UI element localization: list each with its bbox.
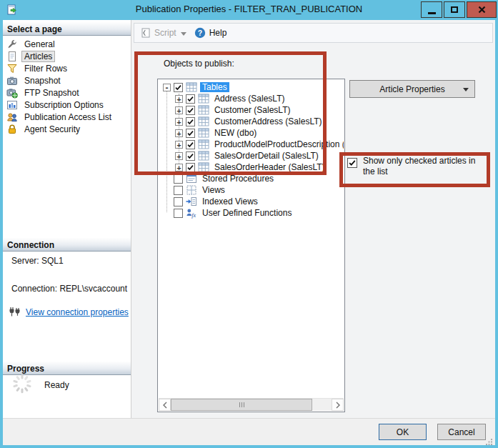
sidebar-item-general[interactable]: General bbox=[6, 38, 129, 50]
tree-row[interactable]: Indexed Views bbox=[159, 196, 344, 207]
sidebar-item-label: Articles bbox=[21, 51, 55, 62]
tree-label[interactable]: Address (SalesLT) bbox=[212, 94, 287, 104]
toolbar: Script ? Help bbox=[134, 23, 493, 43]
help-label: Help bbox=[209, 28, 227, 38]
check-icon bbox=[174, 84, 182, 91]
table-icon bbox=[198, 104, 209, 116]
tree-checkbox[interactable] bbox=[174, 174, 183, 184]
script-button[interactable]: Script bbox=[140, 27, 191, 39]
table-icon bbox=[198, 150, 209, 161]
tree-checkbox[interactable] bbox=[186, 140, 195, 149]
tree-checkbox[interactable] bbox=[186, 94, 195, 104]
tree-checkbox[interactable] bbox=[186, 129, 195, 138]
tree-label[interactable]: Customer (SalesLT) bbox=[212, 105, 292, 115]
tree-row[interactable]: +ProductModelProductDescription (SalesLT… bbox=[159, 139, 344, 150]
tree-row[interactable]: +Address (SalesLT) bbox=[159, 93, 344, 104]
expand-icon[interactable]: + bbox=[175, 106, 183, 114]
tree-row[interactable]: +SalesOrderHeader (SalesLT) bbox=[159, 161, 344, 173]
tree-row[interactable]: +SalesOrderDetail (SalesLT) bbox=[159, 150, 344, 161]
collapse-icon[interactable]: - bbox=[163, 84, 171, 91]
sidebar-item-snapshot[interactable]: Snapshot bbox=[6, 74, 129, 86]
scroll-left-button[interactable] bbox=[159, 399, 171, 411]
wrench-icon bbox=[6, 39, 18, 50]
article-properties-button[interactable]: Article Properties bbox=[349, 80, 475, 98]
tree-row[interactable]: +CustomerAddress (SalesLT) bbox=[159, 116, 344, 127]
close-button[interactable] bbox=[467, 1, 497, 18]
objects-tree: -Tables+Address (SalesLT)+Customer (Sale… bbox=[157, 79, 345, 412]
tree-label[interactable]: ProductModelProductDescription (SalesLT) bbox=[212, 139, 344, 149]
table-icon bbox=[198, 127, 209, 139]
script-dropdown-icon[interactable] bbox=[181, 32, 186, 36]
tree-checkbox[interactable] bbox=[186, 151, 195, 161]
maximize-icon bbox=[451, 6, 458, 13]
tree-row[interactable]: Stored Procedures bbox=[159, 173, 344, 184]
tree-row[interactable]: +Customer (SalesLT) bbox=[159, 104, 344, 116]
scroll-right-button[interactable] bbox=[332, 399, 344, 411]
expand-icon[interactable]: + bbox=[175, 141, 183, 149]
tree-checkbox[interactable] bbox=[174, 83, 183, 92]
tree-checkbox[interactable] bbox=[186, 163, 195, 172]
tree-label[interactable]: Tables bbox=[200, 82, 229, 92]
plug-icon bbox=[9, 307, 21, 318]
sidebar-item-subscription-options[interactable]: Subscription Options bbox=[6, 99, 129, 111]
expand-icon[interactable]: + bbox=[175, 118, 183, 126]
tree-label[interactable]: Views bbox=[200, 185, 227, 195]
page-list: GeneralArticlesFilter RowsSnapshotFTP Sn… bbox=[6, 38, 129, 135]
tree-checkbox[interactable] bbox=[186, 117, 195, 126]
resize-grip[interactable] bbox=[486, 436, 493, 443]
sidebar-item-articles[interactable]: Articles bbox=[6, 50, 129, 62]
scrollbar-thumb[interactable] bbox=[171, 399, 312, 411]
expand-icon[interactable]: + bbox=[175, 129, 183, 137]
tree-checkbox[interactable] bbox=[174, 186, 183, 195]
tree-row[interactable]: +NEW (dbo) bbox=[159, 127, 344, 139]
sidebar-item-ftp-snapshot[interactable]: FTP Snapshot bbox=[6, 86, 129, 99]
tree-checkbox[interactable] bbox=[174, 197, 183, 206]
tree-label[interactable]: User Defined Functions bbox=[200, 208, 294, 218]
expand-icon[interactable]: + bbox=[175, 95, 183, 103]
table-icon bbox=[186, 81, 197, 93]
expand-icon[interactable]: + bbox=[175, 152, 183, 160]
chevron-down-icon bbox=[463, 88, 469, 91]
script-label: Script bbox=[154, 28, 176, 38]
tree-label[interactable]: NEW (dbo) bbox=[212, 128, 259, 138]
tree-label[interactable]: Indexed Views bbox=[200, 196, 260, 206]
check-icon bbox=[186, 141, 194, 149]
cancel-button[interactable]: Cancel bbox=[437, 424, 486, 440]
sidebar-item-label: General bbox=[21, 39, 58, 50]
sidebar-item-filter-rows[interactable]: Filter Rows bbox=[6, 62, 129, 74]
tree-label[interactable]: SalesOrderDetail (SalesLT) bbox=[212, 151, 321, 161]
tree-label[interactable]: CustomerAddress (SalesLT) bbox=[212, 116, 324, 126]
show-checked-articles-label[interactable]: Show only checked articles in the list bbox=[363, 156, 477, 177]
sidebar-item-publication-access-list[interactable]: Publication Access List bbox=[6, 111, 129, 123]
indexed-views-icon bbox=[186, 196, 197, 207]
sidebar-item-agent-security[interactable]: Agent Security bbox=[6, 123, 129, 135]
tree-checkbox[interactable] bbox=[174, 209, 183, 218]
maximize-button[interactable] bbox=[444, 1, 465, 18]
expand-icon[interactable]: + bbox=[175, 164, 183, 171]
tree-label[interactable]: SalesOrderHeader (SalesLT) bbox=[212, 162, 327, 172]
help-button[interactable]: ? Help bbox=[194, 27, 227, 39]
progress-status: Ready bbox=[44, 380, 69, 390]
tree-checkbox[interactable] bbox=[186, 106, 195, 115]
ok-button[interactable]: OK bbox=[379, 424, 427, 440]
lock-icon bbox=[6, 124, 18, 135]
tree-label[interactable]: Stored Procedures bbox=[200, 174, 276, 184]
view-connection-properties-link[interactable]: View connection properties bbox=[26, 307, 129, 317]
progress-spinner-icon bbox=[11, 373, 33, 394]
camera-icon bbox=[6, 75, 18, 86]
sidebar-item-label: Filter Rows bbox=[21, 63, 70, 74]
footer: OK Cancel bbox=[3, 418, 495, 445]
svg-text:?: ? bbox=[197, 29, 201, 37]
chevron-left-icon bbox=[162, 402, 168, 409]
check-icon bbox=[186, 106, 194, 114]
tree-row[interactable]: fxUser Defined Functions bbox=[159, 207, 344, 219]
check-icon bbox=[186, 118, 194, 126]
minimize-button[interactable] bbox=[421, 1, 442, 18]
tree-row[interactable]: -Tables bbox=[159, 81, 344, 93]
check-icon bbox=[186, 164, 194, 171]
show-checked-articles-checkbox[interactable] bbox=[347, 158, 357, 168]
scrollbar-track[interactable] bbox=[171, 399, 332, 411]
article-properties-label: Article Properties bbox=[379, 84, 444, 94]
table-icon bbox=[198, 93, 209, 104]
tree-row[interactable]: Views bbox=[159, 184, 344, 196]
